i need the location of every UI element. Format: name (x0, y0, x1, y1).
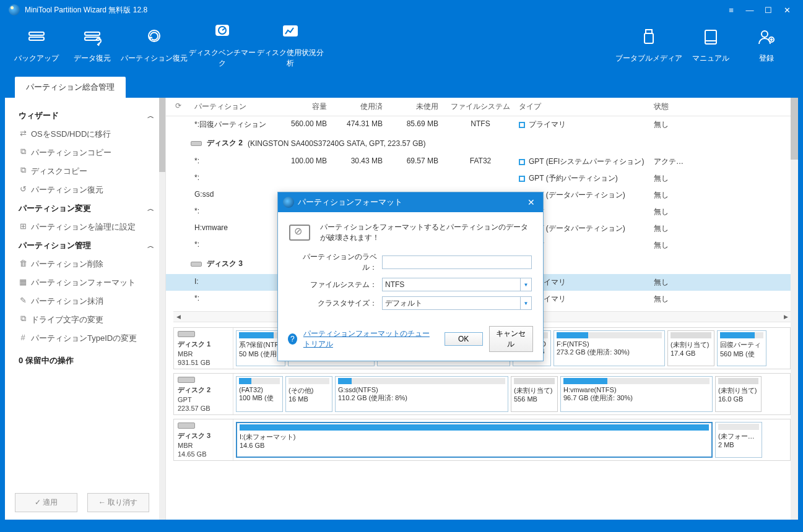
sidebar-item[interactable]: ⊞パーティションを論理に設定 (5, 218, 165, 236)
maximize-button[interactable]: ☐ (761, 2, 776, 17)
close-button[interactable]: ✕ (779, 2, 794, 17)
backup-icon (27, 27, 46, 47)
ok-button[interactable]: OK (445, 332, 483, 346)
sidebar-item[interactable]: ▦パーティションフォーマット (5, 273, 165, 292)
window-title: MiniTool Partition Wizard 無料版 12.8 (25, 5, 147, 15)
partition-label-label: パーティションのラベル： (289, 252, 382, 273)
undo-button[interactable]: ← 取り消す (87, 493, 150, 512)
sidebar-item-icon: ⇄ (19, 129, 27, 137)
dialog-close-button[interactable]: ✕ (524, 195, 538, 209)
svg-point-11 (762, 31, 768, 37)
warning-text: パーティションをフォーマットするとパーティションのデータが破壊されます！ (320, 222, 532, 243)
dialog-icon (283, 197, 294, 208)
partition-label-input[interactable] (382, 255, 532, 269)
partition-segment[interactable]: G:ssd(NTFS)110.2 GB (使用済: 8%) (335, 376, 508, 412)
menu-icon[interactable]: ≡ (724, 2, 739, 17)
partition-row[interactable]: *:GPT (予約パーティション)無し (166, 170, 798, 187)
dropdown-icon: ▼ (520, 297, 531, 309)
sidebar-item[interactable]: 🗑パーティション削除 (5, 255, 165, 273)
sidebar-item-icon: ⧉ (19, 314, 27, 323)
partition-row[interactable]: *:100.00 MB30.43 MB69.57 MBFAT32GPT (EFI… (166, 153, 798, 170)
main-toolbar: バックアップ データ復元 パーティション復元 ディスクベンチマーク ディスク使用… (2, 20, 801, 77)
svg-rect-1 (29, 37, 44, 40)
sidebar-item-icon: ▦ (19, 277, 27, 286)
svg-rect-9 (645, 33, 653, 43)
toolbar-data-recover[interactable]: データ復元 (64, 27, 120, 64)
cluster-size-select[interactable]: デフォルト▼ (382, 296, 532, 310)
disk-map-header[interactable]: ディスク 3MBR14.65 GB (174, 419, 233, 460)
sidebar-scrollbar[interactable] (159, 98, 165, 520)
partition-segment[interactable]: (未割り当て)556 MB (511, 376, 558, 412)
toolbar-manual[interactable]: マニュアル (683, 27, 739, 64)
partition-segment[interactable]: (未割り当て)17.4 GB (667, 330, 714, 366)
dropdown-icon: ▼ (520, 278, 531, 291)
cancel-button[interactable]: キャンセル (489, 326, 533, 352)
toolbar-partition-recover[interactable]: パーティション復元 (120, 27, 188, 64)
partition-segment[interactable]: H:vmware(NTFS)96.7 GB (使用済: 30%) (560, 376, 713, 412)
toolbar-backup[interactable]: バックアップ (9, 27, 64, 64)
disk-icon (178, 423, 195, 429)
svg-rect-2 (85, 32, 100, 35)
sidebar-section[interactable]: ウィザード︿ (5, 106, 165, 125)
svg-rect-7 (284, 26, 297, 36)
warning-icon (289, 225, 310, 241)
format-partition-dialog: パーティションフォーマット ✕ パーティションをフォーマットするとパーティション… (277, 192, 544, 361)
usage-icon (280, 22, 300, 41)
benchmark-icon (212, 22, 232, 41)
cluster-size-label: クラスタサイズ： (289, 298, 382, 309)
disk-map: ディスク 2GPT223.57 GB(FAT32)100 MB (使(その他)1… (173, 373, 791, 415)
disk-icon (191, 262, 202, 267)
refresh-icon[interactable]: ⟳ (166, 101, 191, 112)
disk-map-header[interactable]: ディスク 2GPT223.57 GB (174, 374, 233, 414)
sidebar-item[interactable]: ⧉ドライブ文字の変更 (5, 311, 165, 329)
toolbar-register[interactable]: 登録 (739, 27, 794, 64)
filesystem-select[interactable]: NTFS▼ (382, 278, 532, 291)
sidebar: ウィザード︿⇄OSをSSD/HDDに移行⧉パーティションコピー⧉ディスクコピー↺… (5, 98, 166, 520)
sidebar-item[interactable]: ⧉ディスクコピー (5, 162, 165, 181)
partition-row[interactable]: *:回復パーティション560.00 MB474.31 MB85.69 MBNTF… (166, 116, 798, 133)
main-vertical-scrollbar[interactable] (791, 98, 798, 520)
disk-map-header[interactable]: ディスク 1MBR931.51 GB (174, 328, 233, 369)
tab-partition-management[interactable]: パーティション総合管理 (15, 77, 126, 98)
partition-segment[interactable]: I:(未フォーマット)14.6 GB (236, 422, 713, 458)
tutorial-link[interactable]: パーティションフォーマットのチュートリアル (303, 328, 432, 350)
sidebar-item-icon: ⧉ (19, 166, 27, 174)
dialog-title: パーティションフォーマット (298, 197, 402, 208)
svg-rect-0 (29, 32, 44, 35)
disk-icon (178, 377, 195, 383)
partition-segment[interactable]: (FAT32)100 MB (使 (236, 376, 283, 412)
partition-segment[interactable]: F:F(NTFS)273.2 GB (使用済: 30%) (553, 330, 665, 366)
sidebar-section[interactable]: パーティション管理︿ (5, 236, 165, 255)
filesystem-label: ファイルシステム： (289, 280, 382, 290)
disk-map: ディスク 3MBR14.65 GBI:(未フォーマット)14.6 GB(未フォー… (173, 419, 791, 461)
sidebar-item[interactable]: ⇄OSをSSD/HDDに移行 (5, 125, 165, 144)
disk-icon (178, 331, 195, 337)
help-icon[interactable]: ? (288, 333, 297, 345)
sidebar-item[interactable]: ↺パーティション復元 (5, 181, 165, 199)
partition-segment[interactable]: 回復パーティ560 MB (使 (717, 330, 766, 366)
minimize-button[interactable]: ― (742, 2, 757, 17)
sidebar-item-icon: ⧉ (19, 147, 27, 156)
manual-icon (701, 27, 721, 47)
sidebar-item[interactable]: ✎パーティション抹消 (5, 292, 165, 311)
sidebar-section[interactable]: パーティション変更︿ (5, 199, 165, 218)
disk-icon (191, 141, 202, 146)
title-bar: MiniTool Partition Wizard 無料版 12.8 ≡ ― ☐… (2, 0, 801, 20)
partition-segment[interactable]: (未割り当て)16.0 GB (715, 376, 762, 412)
pending-operations: 0 保留中の操作 (5, 348, 165, 374)
partition-segment[interactable]: (未フォーマット2 MB (715, 422, 762, 458)
sidebar-item-icon: ⊞ (19, 221, 27, 230)
usb-icon (639, 27, 659, 47)
app-icon (9, 4, 20, 15)
sidebar-item[interactable]: ⧉パーティションコピー (5, 144, 165, 162)
sidebar-item-icon: ✎ (19, 296, 27, 304)
apply-button[interactable]: ✓ 適用 (15, 493, 77, 512)
svg-rect-10 (705, 30, 716, 44)
toolbar-disk-usage[interactable]: ディスク使用状況分析 (256, 22, 324, 69)
partition-segment[interactable]: (その他)16 MB (285, 376, 332, 412)
sidebar-item[interactable]: #パーティションTypeIDの変更 (5, 329, 165, 348)
toolbar-benchmark[interactable]: ディスクベンチマーク (188, 22, 256, 69)
toolbar-bootable-media[interactable]: ブータブルメディア (615, 27, 683, 64)
partition-recover-icon (144, 27, 164, 47)
disk-header[interactable]: ディスク 2(KINGSTON SA400S37240G SATA, GPT, … (166, 133, 798, 153)
